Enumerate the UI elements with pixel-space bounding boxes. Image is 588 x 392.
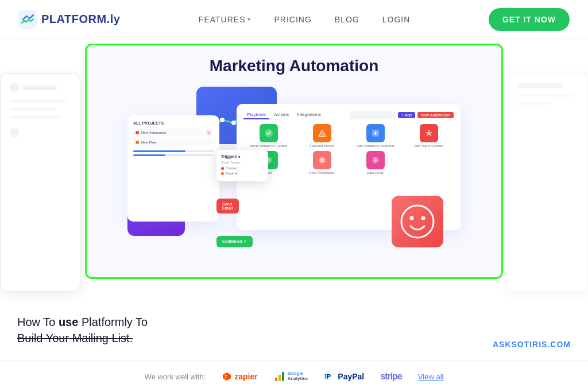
bottom-text-1: How To (17, 316, 59, 328)
navbar: PLATFORM.ly FEATURES PRICING BLOG LOGIN … (0, 0, 588, 39)
svg-rect-0 (18, 10, 37, 29)
tab-actions[interactable]: Actions (270, 111, 292, 119)
trigger-text-2: Email ● (226, 172, 237, 175)
svg-rect-27 (282, 372, 284, 381)
actions-grid: Send Contact to Contact Focused Moves Ad… (243, 124, 454, 174)
svg-text:P: P (327, 373, 331, 380)
partners-label: We work well with: (145, 372, 206, 381)
paypal-icon: P P (324, 371, 335, 382)
stripe-text: stripe (380, 371, 402, 382)
action-item-4[interactable]: Add Tag to Contact (404, 124, 454, 148)
status-dot-2 (136, 141, 139, 144)
trigger-item-1: Contact (221, 166, 264, 170)
logo[interactable]: PLATFORM.ly (18, 10, 120, 29)
dash-row-text-2: New Flow (141, 141, 211, 144)
dash-left-panel: ALL PROJECTS New Automation ● New Flow (127, 115, 219, 222)
smiley-card (392, 196, 443, 247)
svg-point-22 (410, 216, 414, 220)
action-label-3: Add Contact to Segment (357, 144, 394, 148)
trigger-dot-2 (221, 172, 224, 175)
logo-icon (18, 10, 37, 29)
action-icon-4 (420, 124, 438, 142)
action-label-2: Focused Moves (310, 144, 334, 148)
action-item-1[interactable]: Send Contact to Contact (243, 124, 293, 148)
action-label-6: Stop Automation (309, 171, 334, 174)
trigger-text-1: Contact (226, 166, 238, 170)
tab-playbook[interactable]: Playbook (243, 111, 269, 119)
dashboard-mockup: 🚀 ALL PROJECTS New Automation ● New Flow (127, 87, 461, 259)
trigger-dot (221, 167, 224, 170)
ga-text-bottom: Analytics (288, 377, 308, 382)
action-item-7[interactable]: Data Delay (350, 151, 400, 174)
main-content: Marketing Automation (0, 39, 588, 392)
nav-pricing[interactable]: PRICING (274, 15, 311, 24)
side-card-left (0, 73, 80, 292)
stripe-logo: stripe (380, 371, 402, 382)
send-email-button: SendEmail (216, 199, 239, 214)
trigger-item-2: Email ● (221, 172, 264, 175)
nav-blog[interactable]: BLOG (335, 15, 359, 24)
watermark: ASKSOTIRIS.COM (493, 340, 571, 349)
google-analytics-icon (274, 371, 285, 382)
smiley-face-svg (400, 204, 435, 239)
svg-point-3 (231, 121, 236, 125)
get-it-now-button[interactable]: GET IT NOW (489, 8, 570, 31)
action-item-3[interactable]: Add Contact to Segment (350, 124, 400, 148)
featured-title: Marketing Automation (210, 57, 379, 75)
bottom-text-3: Build Your Mailing List. (17, 332, 133, 344)
nav-features[interactable]: FEATURES (199, 15, 252, 24)
bottom-text-bold: use (59, 316, 78, 328)
zapier-logo: Z zapier (222, 371, 257, 382)
action-item-6[interactable]: Stop Automation (297, 151, 347, 174)
bottom-text: How To use Platformly To Build Your Mail… (17, 314, 148, 346)
svg-point-2 (220, 118, 225, 122)
tab-integrations[interactable]: Integrations (293, 111, 324, 119)
dash-row-2: New Flow (133, 139, 214, 146)
zapier-icon: Z (222, 371, 232, 382)
svg-text:Z: Z (225, 375, 227, 379)
svg-rect-25 (275, 378, 277, 381)
dash-search[interactable] (350, 111, 396, 119)
action-label-7: Data Delay (367, 171, 384, 174)
svg-point-21 (401, 205, 434, 238)
confirmed-card: Confirmed ✓ (216, 236, 253, 247)
dash-row-1: New Automation ● (133, 129, 214, 137)
action-item-2[interactable]: Focused Moves (297, 124, 347, 148)
paypal-text: PayPal (338, 372, 364, 381)
action-label-4: Add Tag to Contact (414, 144, 443, 148)
google-analytics-logo: Google Analytics (274, 371, 308, 382)
dash-left-title: ALL PROJECTS (133, 121, 214, 125)
dash-header: Playbook Actions Integrations + Add New … (243, 111, 454, 119)
action-icon-1 (260, 124, 278, 142)
nav-links: FEATURES PRICING BLOG LOGIN (199, 14, 410, 25)
logo-text: PLATFORM.ly (41, 13, 120, 26)
view-all-link[interactable]: View all (418, 372, 444, 381)
new-automation-button[interactable]: New Automation (417, 112, 454, 118)
dash-add-button[interactable]: + Add (398, 112, 415, 118)
nav-login[interactable]: LOGIN (382, 15, 411, 24)
svg-marker-8 (319, 130, 326, 137)
svg-point-23 (421, 216, 425, 220)
side-card-right (508, 73, 588, 292)
action-icon-7 (366, 151, 385, 169)
dash-row-badge-1: ● (206, 130, 211, 135)
zapier-text: zapier (234, 372, 257, 381)
trigger-subtitle: Send Trigger (221, 161, 264, 164)
action-icon-3 (366, 124, 385, 142)
trigger-popup: Triggers ● Send Trigger Contact Email ● (216, 150, 268, 181)
bottom-text-2: Platformly To (78, 316, 148, 328)
action-label-1: Send Contact to Contact (250, 144, 287, 148)
trigger-title: Triggers ● (221, 154, 264, 158)
action-icon-2 (313, 124, 331, 142)
action-icon-6 (313, 151, 331, 169)
paypal-logo: P P PayPal (324, 371, 364, 382)
svg-rect-26 (278, 375, 281, 381)
featured-card: Marketing Automation (85, 44, 503, 279)
bottom-text-strikethrough: Build Your Mailing List. (17, 332, 133, 344)
status-dot (136, 131, 139, 134)
partners-bar: We work well with: Z zapier Google Analy… (0, 360, 588, 392)
dash-row-text-1: New Automation (141, 131, 204, 134)
